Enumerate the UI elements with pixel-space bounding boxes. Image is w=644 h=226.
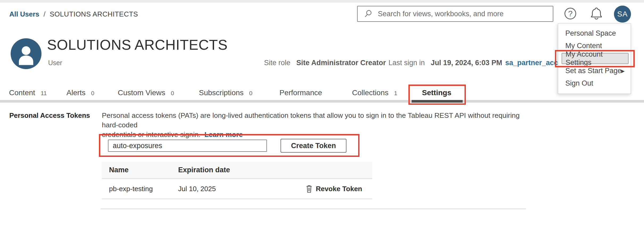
bell-icon[interactable] — [590, 6, 603, 22]
site-role-value: Site Administrator Creator — [296, 59, 386, 67]
tab-alerts[interactable]: Alerts0 — [66, 89, 94, 97]
submenu-arrow-icon: ▶ — [621, 68, 625, 74]
tab-custom-views[interactable]: Custom Views0 — [118, 89, 174, 97]
pat-table-header: Name Expiration date — [102, 162, 372, 179]
tab-content[interactable]: Content11 — [9, 89, 47, 97]
tabbar-divider — [0, 100, 644, 103]
column-header-name: Name — [102, 166, 178, 174]
revoke-token-button[interactable]: Revoke Token — [306, 185, 372, 193]
search-icon — [364, 10, 373, 18]
page-title: SOLUTIONS ARCHITECTS — [47, 36, 228, 53]
last-sign-in: Last sign in Jul 19, 2024, 6:03 PM — [388, 59, 502, 67]
pat-section-heading: Personal Access Tokens — [9, 111, 90, 120]
table-row: pb-exp-testing Jul 10, 2025 Revoke Token — [102, 179, 372, 199]
avatar-initials: SA — [617, 10, 628, 18]
column-header-expiration: Expiration date — [178, 166, 230, 174]
learn-more-link[interactable]: Learn more — [204, 131, 243, 139]
help-glyph: ? — [568, 9, 573, 18]
last-sign-in-label: Last sign in — [388, 59, 425, 67]
active-tab-underline — [412, 100, 463, 103]
menu-item-sign-out[interactable]: Sign Out — [558, 77, 631, 90]
site-role: Site role Site Administrator Creator — [264, 59, 386, 67]
breadcrumb-current: SOLUTIONS ARCHITECTS — [50, 10, 138, 18]
help-icon[interactable]: ? — [564, 8, 576, 19]
pat-table: Name Expiration date pb-exp-testing Jul … — [102, 162, 372, 199]
section-divider — [101, 208, 526, 209]
tab-collections[interactable]: Collections1 — [352, 89, 397, 97]
create-token-button[interactable]: Create Token — [281, 139, 346, 153]
pat-description-line1: Personal access tokens (PATs) are long-l… — [102, 111, 520, 129]
pat-description-line2: credentials or interactive signin. — [102, 131, 200, 139]
breadcrumb: All Users / SOLUTIONS ARCHITECTS — [9, 10, 138, 18]
trash-icon — [306, 185, 313, 193]
menu-item-personal-space[interactable]: Personal Space — [558, 27, 631, 40]
site-role-label: Site role — [264, 59, 290, 67]
search-box[interactable] — [357, 6, 553, 22]
menu-item-set-as-start-page[interactable]: Set as Start Page ▶ — [558, 65, 631, 77]
account-link[interactable]: sa_partner_accou — [505, 59, 567, 67]
last-sign-in-value: Jul 19, 2024, 6:03 PM — [431, 59, 502, 67]
highlighted-menu-item: My Account Settings — [562, 53, 629, 64]
breadcrumb-all-users-link[interactable]: All Users — [9, 10, 39, 18]
token-name-input[interactable] — [108, 140, 267, 152]
user-menu: Personal Space My Content My Account Set… — [558, 23, 631, 94]
top-window-strip — [0, 0, 644, 3]
page: All Users / SOLUTIONS ARCHITECTS ? SA SO… — [0, 0, 644, 226]
avatar[interactable]: SA — [614, 6, 631, 23]
search-input[interactable] — [377, 10, 553, 18]
pat-description: Personal access tokens (PATs) are long-l… — [102, 111, 538, 139]
tab-subscriptions[interactable]: Subscriptions0 — [199, 89, 252, 97]
tab-settings[interactable]: Settings — [422, 89, 451, 97]
user-avatar-icon — [11, 38, 41, 69]
menu-item-my-account-settings[interactable]: My Account Settings — [558, 52, 631, 65]
tab-performance[interactable]: Performance — [279, 89, 322, 97]
profile-subtitle: User — [48, 59, 62, 67]
token-name-cell: pb-exp-testing — [102, 185, 178, 193]
token-expiration-cell: Jul 10, 2025 — [178, 185, 216, 193]
breadcrumb-separator: / — [44, 10, 45, 18]
